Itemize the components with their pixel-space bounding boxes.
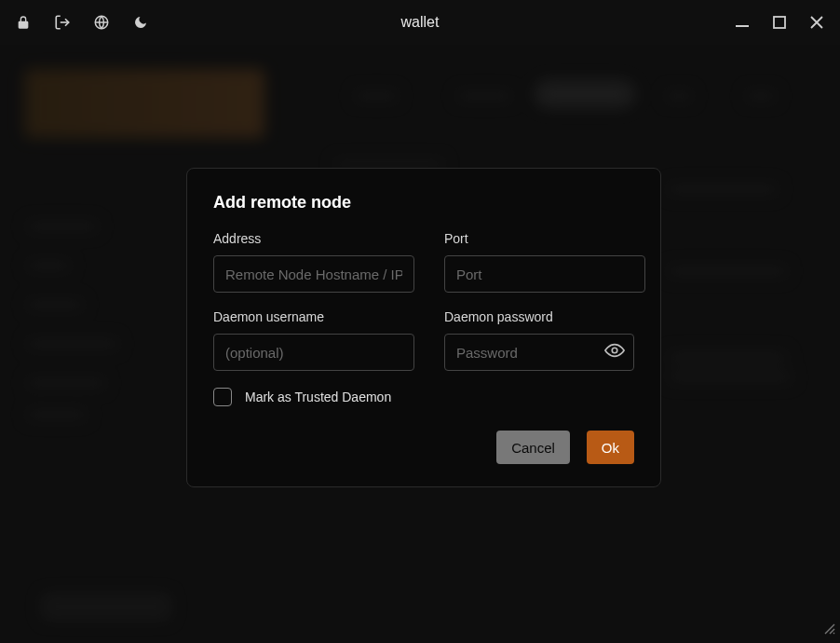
- svg-rect-1: [736, 25, 749, 27]
- close-icon[interactable]: [808, 14, 825, 31]
- cancel-button[interactable]: Cancel: [496, 431, 570, 464]
- logout-icon[interactable]: [54, 14, 71, 31]
- lock-icon[interactable]: [15, 14, 32, 31]
- port-input[interactable]: [444, 255, 645, 293]
- address-label: Address: [213, 231, 414, 246]
- titlebar: wallet: [0, 0, 840, 45]
- eye-icon[interactable]: [604, 340, 625, 364]
- username-input[interactable]: [213, 334, 414, 371]
- ok-button[interactable]: Ok: [587, 431, 634, 464]
- svg-point-3: [612, 348, 617, 353]
- window-controls: [734, 14, 825, 31]
- moon-icon[interactable]: [132, 14, 149, 31]
- globe-icon[interactable]: [93, 14, 110, 31]
- password-label: Daemon password: [444, 309, 634, 324]
- dialog-title: Add remote node: [213, 193, 634, 212]
- trusted-daemon-label: Mark as Trusted Daemon: [245, 390, 391, 404]
- add-remote-node-dialog: Add remote node Address Port Daemon user…: [186, 168, 661, 487]
- svg-rect-2: [774, 17, 785, 28]
- trusted-daemon-checkbox[interactable]: [213, 388, 232, 406]
- resize-handle-icon[interactable]: [823, 622, 836, 639]
- maximize-icon[interactable]: [771, 14, 788, 31]
- titlebar-left-controls: [15, 14, 149, 31]
- port-label: Port: [444, 231, 645, 246]
- window-title: wallet: [401, 14, 440, 31]
- username-label: Daemon username: [213, 309, 414, 324]
- minimize-icon[interactable]: [734, 14, 751, 31]
- address-input[interactable]: [213, 255, 414, 293]
